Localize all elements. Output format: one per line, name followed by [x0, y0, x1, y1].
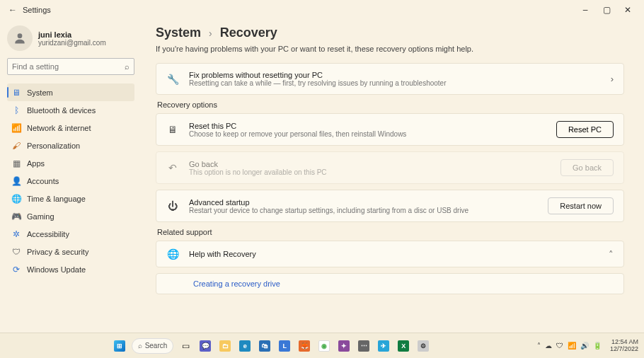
- system-tray[interactable]: ˄ ☁ 🛡 📶 🔊 🔋 12:54 AM 12/7/2022: [537, 339, 638, 353]
- task-view-icon[interactable]: ▭: [178, 338, 193, 354]
- app-icon[interactable]: ✦: [336, 338, 352, 354]
- window-title: Settings: [23, 6, 51, 14]
- undo-icon: ↶: [166, 162, 179, 173]
- nav-icon: 🌐: [11, 194, 21, 204]
- nav-icon: ✲: [11, 229, 21, 239]
- chevron-up-icon: ˄: [609, 249, 614, 260]
- card-desc: Choose to keep or remove your personal f…: [189, 130, 546, 138]
- volume-icon[interactable]: 🔊: [580, 342, 589, 350]
- restart-now-button[interactable]: Restart now: [548, 197, 614, 214]
- nav-label: Accessibility: [27, 230, 69, 238]
- nav-icon: ᛒ: [11, 105, 21, 115]
- content-area: System › Recovery If you're having probl…: [142, 20, 644, 331]
- nav-label: Privacy & security: [27, 248, 88, 256]
- card-title: Go back: [189, 160, 551, 168]
- nav-icon: 🖥: [11, 88, 21, 98]
- maximize-button[interactable]: ▢: [596, 5, 617, 15]
- recovery-drive-link[interactable]: Creating a recovery drive: [166, 274, 280, 294]
- sidebar-item-bluetooth-devices[interactable]: ᛒBluetooth & devices: [7, 101, 134, 119]
- breadcrumb-parent[interactable]: System: [156, 25, 201, 40]
- settings-icon[interactable]: ⚙: [415, 338, 431, 354]
- sidebar-item-network-internet[interactable]: 📶Network & internet: [7, 119, 134, 137]
- chat-icon[interactable]: 💬: [197, 338, 213, 354]
- nav-label: Apps: [27, 159, 45, 168]
- card-desc: This option is no longer available on th…: [189, 168, 551, 176]
- globe-icon: 🌐: [166, 248, 179, 260]
- sidebar-item-system[interactable]: 🖥System: [7, 83, 134, 101]
- reset-pc-card: 🖥 Reset this PC Choose to keep or remove…: [156, 113, 624, 146]
- sidebar-item-accounts[interactable]: 👤Accounts: [7, 172, 134, 190]
- nav-label: Network & internet: [27, 124, 91, 132]
- recovery-options-label: Recovery options: [157, 100, 624, 109]
- reset-pc-button[interactable]: Reset PC: [556, 121, 614, 138]
- search-box[interactable]: ⌕: [7, 58, 134, 75]
- page-subtitle: If you're having problems with your PC o…: [156, 45, 624, 53]
- sidebar-item-personalization[interactable]: 🖌Personalization: [7, 137, 134, 154]
- sidebar-item-accessibility[interactable]: ✲Accessibility: [7, 225, 134, 243]
- back-button[interactable]: ←: [6, 5, 20, 15]
- search-icon: ⌕: [125, 62, 130, 71]
- explorer-icon[interactable]: 🗀: [217, 338, 233, 354]
- card-desc: Resetting can take a while — first, try …: [189, 79, 601, 87]
- wrench-icon: 🔧: [166, 74, 179, 85]
- nav-label: Gaming: [27, 212, 54, 221]
- firefox-icon[interactable]: 🦊: [297, 338, 312, 354]
- store-icon[interactable]: 🛍: [257, 338, 272, 354]
- taskbar: ⊞ ⌕ Search ▭ 💬 🗀 e 🛍 L 🦊 ◉ ✦ ⋯ ✈ X ⚙ ˄ ☁…: [0, 333, 644, 358]
- taskbar-search[interactable]: ⌕ Search: [132, 338, 174, 354]
- sidebar-item-time-language[interactable]: 🌐Time & language: [7, 190, 134, 207]
- related-support-label: Related support: [157, 228, 624, 236]
- search-input[interactable]: [12, 62, 125, 71]
- advanced-startup-card: ⏻ Advanced startup Restart your device t…: [156, 190, 624, 222]
- reset-icon: 🖥: [166, 124, 179, 135]
- nav-label: Accounts: [27, 177, 59, 185]
- avatar: [7, 25, 33, 51]
- card-title: Fix problems without resetting your PC: [189, 71, 601, 79]
- start-button[interactable]: ⊞: [112, 338, 127, 354]
- card-desc: Restart your device to change startup se…: [189, 207, 538, 214]
- fix-problems-card[interactable]: 🔧 Fix problems without resetting your PC…: [156, 63, 624, 95]
- sidebar-item-apps[interactable]: ▦Apps: [7, 154, 134, 172]
- help-recovery-card[interactable]: 🌐 Help with Recovery ˄: [156, 241, 624, 267]
- sidebar-item-windows-update[interactable]: ⟳Windows Update: [7, 260, 134, 278]
- chevron-right-icon: ›: [611, 74, 614, 84]
- user-name: juni lexia: [38, 30, 106, 39]
- chrome-icon[interactable]: ◉: [316, 338, 332, 354]
- nav-icon: 📶: [11, 123, 21, 133]
- nav-icon: ▦: [11, 158, 21, 168]
- security-icon[interactable]: 🛡: [556, 342, 563, 350]
- nav-icon: 👤: [11, 176, 21, 186]
- sidebar: juni lexia yuridzani@gmail.com ⌕ 🖥System…: [0, 20, 142, 331]
- tray-chevron-icon[interactable]: ˄: [537, 342, 541, 350]
- excel-icon[interactable]: X: [396, 338, 411, 354]
- user-profile[interactable]: juni lexia yuridzani@gmail.com: [7, 25, 134, 51]
- wifi-icon[interactable]: 📶: [568, 342, 576, 350]
- nav-icon: ⟳: [11, 265, 21, 275]
- titlebar: ← Settings – ▢ ✕: [0, 0, 644, 20]
- onedrive-icon[interactable]: ☁: [545, 342, 552, 350]
- card-title: Help with Recovery: [189, 250, 599, 258]
- app-icon[interactable]: ⋯: [356, 338, 372, 354]
- nav-icon: 🖌: [11, 141, 21, 151]
- card-title: Advanced startup: [189, 198, 538, 207]
- svg-point-0: [18, 33, 23, 38]
- sidebar-item-privacy-security[interactable]: 🛡Privacy & security: [7, 243, 134, 260]
- breadcrumb: System › Recovery: [156, 25, 624, 40]
- power-icon: ⏻: [166, 200, 179, 212]
- edge-icon[interactable]: e: [237, 338, 253, 354]
- nav-label: Personalization: [27, 142, 80, 150]
- nav-label: Bluetooth & devices: [27, 106, 96, 115]
- nav-icon: 🛡: [11, 247, 21, 257]
- nav-list: 🖥SystemᛒBluetooth & devices📶Network & in…: [7, 83, 134, 278]
- nav-label: Windows Update: [27, 265, 86, 274]
- close-button[interactable]: ✕: [617, 5, 638, 15]
- clock[interactable]: 12:54 AM 12/7/2022: [610, 339, 638, 353]
- user-email: yuridzani@gmail.com: [38, 39, 106, 47]
- go-back-card: ↶ Go back This option is no longer avail…: [156, 151, 624, 184]
- sidebar-item-gaming[interactable]: 🎮Gaming: [7, 207, 134, 225]
- nav-icon: 🎮: [11, 212, 21, 221]
- telegram-icon[interactable]: ✈: [376, 338, 391, 354]
- battery-icon[interactable]: 🔋: [593, 342, 602, 350]
- minimize-button[interactable]: –: [575, 5, 596, 15]
- app-icon[interactable]: L: [277, 338, 292, 354]
